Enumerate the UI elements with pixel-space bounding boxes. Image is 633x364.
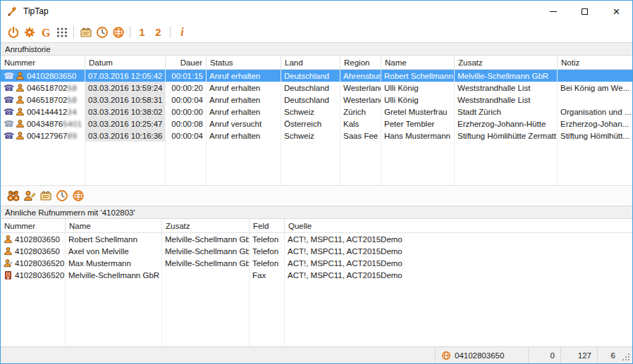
phone-number: 004127967 [27, 132, 68, 140]
history-cell-datum: 03.03.2016 10:16:36 [85, 130, 166, 142]
minimize-button[interactable] [537, 1, 569, 22]
tiptap-window: TipTap × G [0, 0, 633, 364]
main-toolbar: G [1, 22, 632, 42]
similar-table-header: NummerNameZusatzFeldQuelle [1, 219, 632, 233]
filler-cell [162, 281, 250, 346]
power-icon [7, 26, 20, 39]
history-cell-land: Schweiz [281, 106, 340, 118]
column-header-label: Nummer [4, 222, 35, 230]
column-header-dauer[interactable]: Dauer [166, 56, 207, 69]
phone-number-redacted: 5401 [63, 120, 82, 128]
filler-cell [281, 142, 340, 185]
column-header-nummer[interactable]: Nummer [1, 219, 66, 232]
toolbar-separator [130, 26, 130, 38]
history-cell-land: Deutschland [281, 82, 340, 94]
similar-cell-nummer: 41028036520 [1, 257, 66, 269]
similar-row[interactable]: 4102803650Axel von MelvilleMelville-Sche… [1, 245, 632, 257]
dial-g-icon: G [39, 26, 52, 39]
close-button[interactable]: × [601, 1, 632, 22]
contacts-cardfile-button[interactable] [37, 187, 54, 204]
history-row[interactable]: ☎00434876540103.03.2016 10:25:4700:00:08… [1, 118, 632, 130]
history-cell-datum: 03.03.2016 10:25:47 [85, 118, 166, 130]
history-cell-land: Deutschland [281, 94, 340, 106]
history-cell-notiz: Bei König am We... [558, 82, 632, 94]
history-cell-status: Anruf versucht [207, 118, 281, 130]
history-cell-land: Schweiz [281, 130, 340, 142]
history-cell-notiz: Erzherzog-Johan... [558, 118, 632, 130]
contact-icon [16, 107, 25, 116]
similar-table-filler [1, 281, 632, 346]
column-header-zusatz[interactable]: Zusatz [162, 219, 250, 232]
keypad-button[interactable] [54, 24, 70, 41]
similar-cell-quelle: ACT!, MSPC11, ACT2015Demo [285, 233, 632, 245]
history-cell-status: Anruf erhalten [207, 70, 281, 82]
web-search-button[interactable] [70, 187, 86, 204]
power-button[interactable] [5, 24, 21, 41]
call-history-button[interactable] [54, 187, 70, 204]
history-cell-status: Anruf erhalten [207, 130, 281, 142]
column-header-feld[interactable]: Feld [250, 219, 285, 232]
column-header-datum[interactable]: Datumˆ [85, 56, 166, 69]
column-header-land[interactable]: Land [281, 56, 340, 69]
contact-edit-button[interactable] [21, 187, 37, 204]
status-message-area [1, 347, 435, 363]
history-row[interactable]: ☎0465187025803.03.2016 10:58:3100:00:04A… [1, 94, 632, 106]
phone-number-redacted: 58 [68, 84, 78, 92]
filler-cell [285, 281, 632, 346]
history-cell-dauer: 00:00:08 [166, 118, 207, 130]
history-cell-datum: 03.03.2016 13:59:24 [85, 82, 166, 94]
similar-row[interactable]: 4102803650Robert SchellmannMelville-Sche… [1, 233, 632, 245]
column-header-nummer[interactable]: Nummer [1, 56, 85, 69]
history-cell-zusatz: Stiftung Hömlihütte Zermatt [455, 130, 558, 142]
column-header-notiz[interactable]: Notiz [558, 56, 632, 69]
column-header-zusatz[interactable]: Zusatz [455, 56, 558, 69]
line2-button[interactable]: 2 [150, 24, 166, 41]
similar-cell-name: Robert Schellmann [66, 233, 162, 245]
column-header-label: Name [385, 58, 407, 67]
history-row[interactable]: ☎0465187025803.03.2016 13:59:2400:00:20A… [1, 82, 632, 94]
history-cell-notiz [558, 94, 632, 106]
history-cell-status: Anruf erhalten [207, 82, 281, 94]
similar-cell-name: Axel von Melville [66, 245, 162, 257]
column-header-name[interactable]: Name [66, 219, 162, 232]
column-header-label: Zusatz [166, 222, 190, 230]
titlebar[interactable]: TipTap × [1, 1, 632, 22]
similar-row[interactable]: 41028036520Max MustermannMelville-Schell… [1, 257, 632, 269]
settings-button[interactable] [21, 24, 37, 41]
web-search-icon [112, 26, 125, 39]
history-cell-nummer: ☎00412796789 [1, 130, 85, 142]
column-header-region[interactable]: Region [340, 56, 381, 69]
call-attempted-icon: ☎ [4, 120, 14, 128]
dial-button[interactable]: G [37, 24, 54, 41]
contact-edit-icon [4, 258, 13, 268]
contacts-cardfile-button[interactable] [78, 24, 94, 41]
minimize-icon [550, 11, 557, 12]
line1-button[interactable]: 1 [134, 24, 150, 41]
column-header-quelle[interactable]: Quelle [285, 219, 632, 232]
history-cell-zusatz: Erzherzog-Johann-Hütte [455, 118, 558, 130]
history-cell-notiz [558, 70, 632, 82]
phone-number: 046518702 [27, 84, 68, 92]
column-header-status[interactable]: Status [207, 56, 281, 69]
call-history-button[interactable] [94, 24, 110, 41]
company-icon [4, 270, 13, 280]
find-button[interactable] [5, 187, 21, 204]
similar-cell-feld: Telefon [250, 245, 285, 257]
web-search-button[interactable] [110, 24, 126, 41]
column-header-label: Name [69, 222, 91, 230]
history-row[interactable]: ☎0410280365007.03.2016 12:05:4200:01:15A… [1, 70, 632, 82]
column-header-label: Dauer [180, 58, 202, 67]
history-row[interactable]: ☎0041279678903.03.2016 10:16:3600:00:04A… [1, 130, 632, 142]
history-section-header: Anrufhistorie [1, 42, 632, 56]
maximize-button[interactable] [569, 1, 601, 22]
call-received-icon: ☎ [4, 132, 14, 140]
info-button[interactable]: i [174, 24, 190, 41]
resize-grip[interactable] [621, 347, 632, 363]
contact-edit-icon [23, 189, 36, 202]
history-cell-region: Zürich [340, 106, 381, 118]
history-row[interactable]: ☎0041444123403.03.2016 10:38:0200:00:00A… [1, 106, 632, 118]
similar-row[interactable]: 41028036520Melville-Schellmann GbRFaxACT… [1, 269, 632, 281]
history-cell-region: Westerland [340, 94, 381, 106]
column-header-name[interactable]: Name [381, 56, 455, 69]
status-number-value: 04102803650 [455, 351, 504, 360]
